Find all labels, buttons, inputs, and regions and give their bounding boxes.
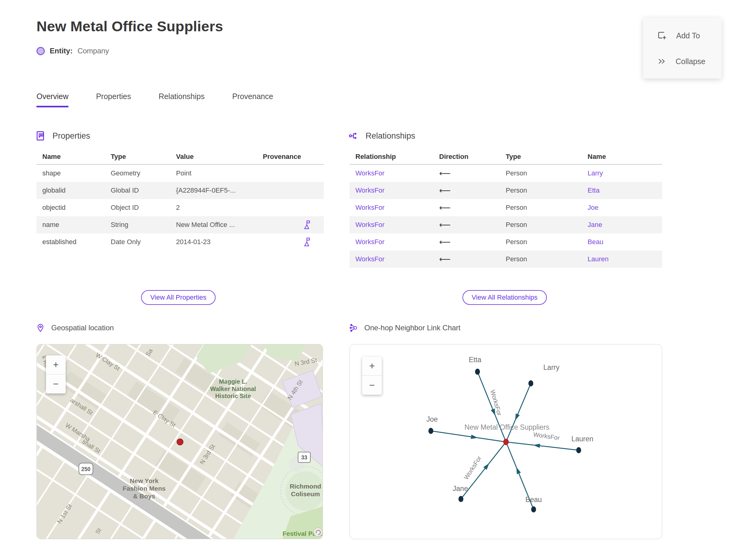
view-all-properties-button[interactable]: View All Properties xyxy=(141,290,216,305)
map-location-marker[interactable] xyxy=(177,439,183,445)
edge-arrowhead xyxy=(471,435,478,439)
attribution-toggle-icon[interactable] xyxy=(314,528,322,536)
graph-node-jane[interactable] xyxy=(458,496,463,502)
relationship-link[interactable]: WorksFor xyxy=(350,204,433,212)
map-panel[interactable]: k RoW Clay StSaN 3rd StN 4th StMaggie L.… xyxy=(36,344,323,539)
property-row: objectidObject ID2 xyxy=(36,199,324,216)
property-value: Point xyxy=(170,169,257,177)
graph-edge[interactable] xyxy=(477,372,506,442)
entity-details-page: New Metal Office Suppliers Entity: Compa… xyxy=(0,0,736,560)
graph-edge[interactable] xyxy=(506,383,531,442)
graph-node-larry[interactable] xyxy=(528,380,533,386)
map-zoom-in-button[interactable]: + xyxy=(46,355,66,374)
map-canvas[interactable]: k RoW Clay StSaN 3rd StN 4th StMaggie L.… xyxy=(37,344,323,539)
relationship-link[interactable]: WorksFor xyxy=(350,238,433,246)
provenance-flag-icon[interactable] xyxy=(302,237,311,247)
link-chart-panel[interactable]: WorksForWorksForWorksForNew Metal Office… xyxy=(350,344,662,539)
col-type: Type xyxy=(500,153,582,161)
tab-bar: Overview Properties Relationships Proven… xyxy=(36,92,273,107)
node-label: Jane xyxy=(453,485,468,493)
entity-link[interactable]: Beau xyxy=(582,238,662,246)
property-value: {A228944F-0EF5-... xyxy=(170,186,257,194)
col-direction: Direction xyxy=(433,153,500,161)
graph-edge[interactable] xyxy=(431,431,506,442)
edge-arrowhead xyxy=(515,413,520,420)
graph-node-beau[interactable] xyxy=(531,506,536,512)
direction-arrow: ⟵ xyxy=(433,203,500,213)
provenance-flag-icon[interactable] xyxy=(302,220,311,230)
entity-link[interactable]: Joe xyxy=(582,204,662,212)
node-label: Lauren xyxy=(571,435,593,443)
direction-arrow: ⟵ xyxy=(433,220,500,230)
property-provenance xyxy=(257,220,324,230)
property-name: globalid xyxy=(36,186,105,194)
col-type: Type xyxy=(105,153,170,161)
chart-zoom-out-button[interactable]: − xyxy=(362,376,382,395)
relationship-type: Person xyxy=(500,221,582,229)
route-shield: 33 xyxy=(298,452,310,462)
properties-table-header: Name Type Value Provenance xyxy=(36,149,324,165)
entity-type: Company xyxy=(78,47,109,55)
node-label: Joe xyxy=(426,415,438,423)
edge-arrowhead xyxy=(533,444,540,448)
col-value: Value xyxy=(170,153,257,161)
relationship-link[interactable]: WorksFor xyxy=(350,186,433,194)
link-chart-canvas[interactable]: WorksForWorksForWorksForNew Metal Office… xyxy=(350,344,662,539)
relationship-row: WorksFor⟵PersonLarry xyxy=(350,165,662,182)
relationship-link[interactable]: WorksFor xyxy=(350,255,433,263)
tab-relationships[interactable]: Relationships xyxy=(159,92,205,107)
node-label: Beau xyxy=(525,496,542,504)
relationships-table: Relationship Direction Type Name WorksFo… xyxy=(350,149,662,268)
add-to-button[interactable]: Add To xyxy=(643,23,722,48)
property-name: established xyxy=(36,238,105,246)
relationship-type: Person xyxy=(500,204,582,212)
relationship-link[interactable]: WorksFor xyxy=(350,221,433,229)
edge-label: WorksFor xyxy=(533,431,560,441)
direction-arrow: ⟵ xyxy=(433,169,500,178)
map-pin-icon xyxy=(36,323,45,332)
entity-label: Entity: xyxy=(50,47,73,55)
linkchart-section-header: One-hop Neighbor Link Chart xyxy=(349,323,461,332)
relationships-table-header: Relationship Direction Type Name xyxy=(350,149,662,165)
relationship-row: WorksFor⟵PersonBeau xyxy=(350,233,662,251)
property-type: Global ID xyxy=(105,186,170,194)
relationship-type: Person xyxy=(500,255,582,263)
svg-text:250: 250 xyxy=(81,466,90,472)
col-provenance: Provenance xyxy=(257,153,324,161)
property-name: shape xyxy=(36,169,105,177)
graph-edge[interactable] xyxy=(506,442,579,450)
actions-popover: Add To Collapse xyxy=(643,18,722,79)
tab-properties[interactable]: Properties xyxy=(96,92,131,107)
property-type: String xyxy=(105,221,170,229)
tab-overview[interactable]: Overview xyxy=(36,92,68,107)
chart-zoom-in-button[interactable]: + xyxy=(362,357,382,376)
collapse-label: Collapse xyxy=(676,57,705,66)
relationships-section-title: Relationships xyxy=(366,131,415,141)
graph-node-etta[interactable] xyxy=(475,369,480,375)
col-name: Name xyxy=(582,153,662,161)
add-to-icon xyxy=(657,31,667,40)
view-all-relationships-button[interactable]: View All Relationships xyxy=(462,290,547,305)
relationship-row: WorksFor⟵PersonEtta xyxy=(350,182,662,199)
collapse-button[interactable]: Collapse xyxy=(643,48,722,74)
entity-link[interactable]: Jane xyxy=(582,221,662,229)
graph-node-center[interactable] xyxy=(503,439,509,445)
graph-node-joe[interactable] xyxy=(428,428,433,434)
direction-arrow: ⟵ xyxy=(433,255,500,264)
relationship-link[interactable]: WorksFor xyxy=(350,169,433,177)
property-row: shapeGeometryPoint xyxy=(36,165,324,182)
graph-node-lauren[interactable] xyxy=(576,447,581,453)
center-node-label: New Metal Office Suppliers xyxy=(465,423,550,431)
entity-link[interactable]: Etta xyxy=(582,186,662,194)
edge-label: WorksFor xyxy=(489,389,503,416)
map-zoom-out-button[interactable]: − xyxy=(46,374,66,393)
entity-link[interactable]: Lauren xyxy=(582,255,662,263)
entity-link[interactable]: Larry xyxy=(582,169,662,177)
tab-provenance[interactable]: Provenance xyxy=(232,92,273,107)
property-value: New Metal Office ... xyxy=(170,221,257,229)
property-provenance xyxy=(257,237,324,247)
col-relationship: Relationship xyxy=(350,153,433,161)
property-type: Object ID xyxy=(105,204,170,212)
property-name: objectid xyxy=(36,204,105,212)
properties-icon xyxy=(35,130,46,141)
